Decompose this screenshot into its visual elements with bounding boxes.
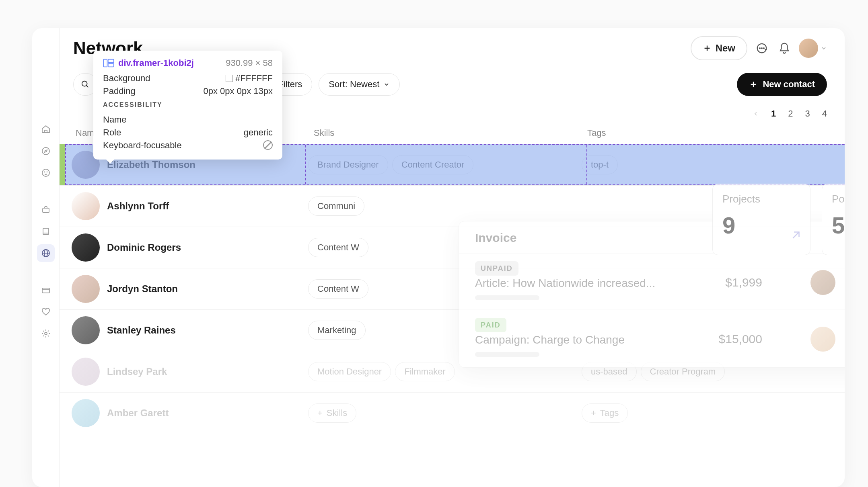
skill-pill[interactable]: Brand Designer (308, 155, 388, 174)
invoice-amount: $1,999 (725, 276, 762, 289)
svg-rect-10 (42, 288, 49, 293)
skill-pill[interactable]: Filmmaker (395, 362, 455, 381)
devtools-selector: div.framer-1kobi2j (118, 58, 194, 68)
sidebar-home[interactable] (37, 121, 55, 138)
devtools-background-value: #FFFFFF (226, 73, 273, 84)
invoice-panel: Projects 9 Posted jobs 5 Invoice UNPAIDA… (459, 221, 845, 368)
filter-sort-label: Sort: Newest (329, 79, 379, 90)
stat-posted-jobs-label: Posted jobs (832, 193, 845, 205)
element-icon (103, 59, 114, 68)
column-skills: Skills (314, 128, 587, 138)
skill-pill[interactable]: Communi (308, 196, 364, 216)
add-tag-button[interactable]: +Tags (582, 403, 628, 423)
devtools-dimensions: 930.99 × 58 (226, 58, 273, 68)
skill-pill[interactable]: Content W (308, 279, 368, 299)
user-menu[interactable] (799, 39, 827, 58)
new-contact-button[interactable]: New contact (737, 73, 827, 96)
invoice-status-badge: UNPAID (475, 261, 518, 276)
arrow-up-right-icon (790, 229, 802, 241)
new-button-label: New (716, 43, 735, 54)
contact-name: Ashlynn Torff (107, 201, 169, 212)
pagination-page-3[interactable]: 3 (805, 108, 810, 119)
chevron-down-icon (383, 81, 390, 88)
svg-point-18 (82, 81, 87, 86)
contact-avatar (72, 192, 100, 220)
invoice-row[interactable]: PAIDCampaign: Charge to Change$15,000 (459, 311, 845, 367)
devtools-background-label: Background (103, 73, 150, 84)
pagination-page-2[interactable]: 2 (788, 108, 793, 119)
add-skill-button[interactable]: +Skills (308, 403, 356, 423)
filter-sort[interactable]: Sort: Newest (319, 73, 400, 96)
contact-name: Dominic Rogers (107, 242, 181, 253)
loading-placeholder (475, 352, 539, 357)
svg-rect-29 (108, 63, 114, 67)
svg-point-15 (759, 48, 760, 49)
contact-avatar (72, 316, 100, 344)
sidebar-settings[interactable] (37, 325, 55, 342)
sidebar-briefcase[interactable] (37, 201, 55, 219)
stat-projects[interactable]: Projects 9 (712, 184, 810, 255)
pagination-page-1[interactable]: 1 (771, 108, 776, 119)
invoice-title: Campaign: Charge to Change (475, 334, 625, 346)
pagination-page-4[interactable]: 4 (822, 108, 827, 119)
invoice-row[interactable]: UNPAIDArticle: How Nationwide increased.… (459, 254, 845, 311)
skill-pill[interactable]: Content Creator (392, 155, 474, 174)
forbid-icon (263, 140, 273, 150)
plus-icon (749, 80, 758, 89)
stat-posted-jobs-value: 5 (832, 212, 845, 239)
svg-rect-27 (103, 59, 107, 67)
skill-pill[interactable]: Marketing (308, 321, 366, 340)
invoice-avatar (810, 327, 835, 352)
sidebar-network[interactable] (37, 244, 55, 262)
svg-point-1 (42, 169, 49, 176)
new-button[interactable]: New (691, 36, 747, 60)
loading-placeholder (475, 295, 539, 300)
stat-posted-jobs[interactable]: Posted jobs 5 (822, 184, 845, 255)
skill-pill[interactable]: Content W (308, 238, 368, 257)
search-icon (81, 80, 90, 89)
sidebar-book[interactable] (37, 223, 55, 240)
chevron-down-icon (821, 45, 827, 51)
invoice-status-badge: PAID (475, 318, 506, 332)
devtools-focusable-label: Keyboard-focusable (103, 140, 182, 151)
sidebar-card[interactable] (37, 281, 55, 299)
svg-point-3 (47, 172, 47, 172)
tag-pill[interactable]: top-t (582, 155, 618, 174)
contact-avatar (72, 399, 100, 427)
sidebar-reactions[interactable] (37, 164, 55, 182)
svg-point-2 (44, 172, 45, 172)
svg-rect-4 (43, 208, 49, 213)
skill-pill[interactable]: Motion Designer (308, 362, 391, 381)
svg-line-25 (793, 232, 799, 238)
stat-projects-label: Projects (722, 193, 800, 205)
contact-name: Jordyn Stanton (107, 283, 178, 295)
contact-name: Lindsey Park (107, 366, 167, 377)
pagination-prev[interactable] (753, 110, 759, 117)
svg-point-16 (761, 48, 762, 49)
stats-row: Projects 9 Posted jobs 5 (712, 184, 845, 255)
contact-avatar (72, 275, 100, 303)
svg-point-17 (763, 48, 764, 49)
invoice-amount: $15,000 (719, 332, 762, 346)
sidebar-favorites[interactable] (37, 303, 55, 321)
stat-projects-value: 9 (722, 212, 800, 239)
table-row[interactable]: Amber Garett+Skills+Tags (60, 392, 845, 434)
devtools-role-label: Role (103, 127, 121, 138)
devtools-name-label: Name (103, 115, 127, 125)
sidebar (32, 28, 60, 487)
svg-rect-5 (43, 228, 49, 235)
devtools-inspector: div.framer-1kobi2j 930.99 × 58 Backgroun… (93, 51, 282, 160)
contact-name: Amber Garett (107, 407, 169, 419)
devtools-role-value: generic (244, 127, 273, 138)
sidebar-explore[interactable] (37, 142, 55, 160)
svg-point-0 (42, 147, 49, 155)
chat-icon[interactable] (754, 40, 770, 56)
active-indicator (60, 144, 65, 185)
invoice-title: Article: How Nationwide increased... (475, 277, 655, 290)
devtools-padding-label: Padding (103, 86, 136, 96)
user-avatar (799, 39, 818, 58)
devtools-padding-value: 0px 0px 0px 13px (204, 86, 273, 96)
notifications-icon[interactable] (776, 40, 792, 56)
contact-avatar (72, 233, 100, 262)
column-tags: Tags (587, 128, 827, 138)
